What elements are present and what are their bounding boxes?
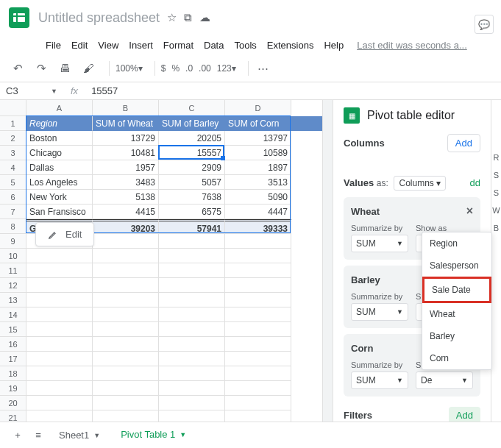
cell[interactable] bbox=[159, 234, 225, 249]
cell[interactable]: 10481 bbox=[93, 146, 159, 160]
row-header[interactable]: 18 bbox=[0, 366, 26, 381]
cell[interactable]: SUM of Barley bbox=[159, 116, 225, 131]
cell[interactable]: 7638 bbox=[159, 190, 225, 205]
row-header[interactable]: 9 bbox=[0, 234, 26, 249]
cell[interactable] bbox=[26, 307, 93, 322]
row-header[interactable]: 3 bbox=[0, 146, 26, 160]
cell[interactable] bbox=[93, 263, 159, 278]
cell[interactable] bbox=[26, 249, 93, 263]
last-edit-link[interactable]: Last edit was seconds a... bbox=[357, 40, 467, 51]
cell[interactable] bbox=[93, 293, 159, 307]
sheets-logo[interactable] bbox=[9, 7, 29, 28]
row-header[interactable]: 14 bbox=[0, 307, 26, 322]
cell[interactable]: 20205 bbox=[159, 131, 225, 146]
field-option-wheat[interactable]: Wheat bbox=[422, 303, 491, 325]
field-option-barley[interactable]: Barley bbox=[422, 325, 491, 347]
cell[interactable] bbox=[26, 366, 93, 381]
cell[interactable]: 5057 bbox=[159, 175, 225, 190]
cell[interactable]: 39333 bbox=[225, 219, 291, 234]
cell[interactable] bbox=[159, 396, 225, 410]
row-header[interactable]: 16 bbox=[0, 337, 26, 352]
cell[interactable]: 3513 bbox=[225, 175, 291, 190]
doc-title[interactable]: Untitled spreadsheet bbox=[38, 10, 160, 26]
add-columns-button[interactable]: Add bbox=[447, 134, 480, 152]
row-header[interactable]: 17 bbox=[0, 352, 26, 366]
cell[interactable]: 4415 bbox=[93, 205, 159, 219]
summarize-select[interactable]: SUM ▼ bbox=[351, 303, 408, 321]
row-header[interactable]: 2 bbox=[0, 131, 26, 146]
comments-icon[interactable]: 💬 bbox=[475, 15, 494, 34]
cell[interactable] bbox=[26, 278, 93, 293]
cell[interactable]: 5090 bbox=[225, 190, 291, 205]
format-currency[interactable]: $ bbox=[161, 63, 166, 74]
field-option-salesperson[interactable]: Salesperson bbox=[422, 255, 491, 277]
cell[interactable]: 6575 bbox=[159, 205, 225, 219]
row-header[interactable]: 20 bbox=[0, 396, 26, 410]
row-header[interactable]: 8 bbox=[0, 219, 26, 234]
cell[interactable] bbox=[159, 337, 225, 352]
row-header[interactable]: 1 bbox=[0, 116, 26, 131]
formula-bar[interactable]: 15557 bbox=[85, 85, 124, 96]
zoom-select[interactable]: 100% ▾ bbox=[116, 63, 143, 74]
menu-format[interactable]: Format bbox=[163, 40, 193, 51]
format-dec00[interactable]: .00 bbox=[199, 63, 211, 74]
vertical-scrollbar[interactable] bbox=[322, 100, 333, 446]
summarize-select[interactable]: SUM ▼ bbox=[351, 235, 408, 252]
menu-insert[interactable]: Insert bbox=[129, 40, 153, 51]
col-header-B[interactable]: B bbox=[93, 100, 159, 116]
redo-icon[interactable]: ↷ bbox=[32, 60, 50, 77]
format-percent[interactable]: % bbox=[171, 63, 180, 74]
cell[interactable]: SUM of Wheat bbox=[93, 116, 159, 131]
menu-data[interactable]: Data bbox=[204, 40, 224, 51]
cell[interactable] bbox=[93, 352, 159, 366]
cell[interactable]: 57941 bbox=[159, 219, 225, 234]
menu-view[interactable]: View bbox=[98, 40, 118, 51]
cell[interactable] bbox=[225, 322, 291, 337]
close-icon[interactable]: × bbox=[466, 205, 473, 218]
cell[interactable] bbox=[26, 322, 93, 337]
cell[interactable] bbox=[26, 381, 93, 396]
cell[interactable]: 13729 bbox=[93, 131, 159, 146]
cell[interactable] bbox=[93, 234, 159, 249]
menu-tools[interactable]: Tools bbox=[234, 40, 256, 51]
add-sheet-button[interactable]: + bbox=[7, 425, 28, 446]
edit-flyout[interactable]: Edit bbox=[35, 222, 94, 246]
cell[interactable]: Boston bbox=[26, 131, 93, 146]
cell[interactable]: Chicago bbox=[26, 146, 93, 160]
cell[interactable] bbox=[26, 337, 93, 352]
menu-file[interactable]: File bbox=[46, 40, 61, 51]
cell[interactable] bbox=[225, 234, 291, 249]
row-header[interactable]: 10 bbox=[0, 249, 26, 263]
row-header[interactable]: 19 bbox=[0, 381, 26, 396]
cell[interactable] bbox=[93, 381, 159, 396]
cell[interactable] bbox=[159, 322, 225, 337]
cell[interactable]: Los Angeles bbox=[26, 175, 93, 190]
undo-icon[interactable]: ↶ bbox=[9, 60, 26, 77]
all-sheets-button[interactable]: ≡ bbox=[28, 425, 49, 446]
row-header[interactable]: 15 bbox=[0, 322, 26, 337]
cell[interactable]: Dallas bbox=[26, 160, 93, 175]
cell[interactable] bbox=[225, 352, 291, 366]
cell[interactable] bbox=[93, 396, 159, 410]
cell[interactable] bbox=[26, 352, 93, 366]
cell[interactable] bbox=[159, 263, 225, 278]
cell[interactable] bbox=[93, 307, 159, 322]
name-box[interactable]: C3▼ bbox=[0, 85, 63, 96]
col-header-A[interactable]: A bbox=[26, 100, 93, 116]
cell[interactable] bbox=[225, 337, 291, 352]
cell[interactable] bbox=[93, 322, 159, 337]
cell[interactable] bbox=[26, 293, 93, 307]
cell[interactable]: New York bbox=[26, 190, 93, 205]
cell[interactable] bbox=[159, 278, 225, 293]
cell[interactable] bbox=[26, 396, 93, 410]
cell[interactable]: 5138 bbox=[93, 190, 159, 205]
cell[interactable]: 1897 bbox=[225, 160, 291, 175]
cell[interactable] bbox=[225, 381, 291, 396]
tab-sheet1[interactable]: Sheet1 ▼ bbox=[49, 424, 110, 447]
cell[interactable] bbox=[225, 263, 291, 278]
cell[interactable]: Region bbox=[26, 116, 93, 131]
summarize-select[interactable]: SUM ▼ bbox=[351, 371, 408, 389]
field-option-region[interactable]: Region bbox=[422, 232, 491, 255]
format-123[interactable]: 123 ▾ bbox=[217, 63, 236, 74]
cell[interactable] bbox=[225, 278, 291, 293]
